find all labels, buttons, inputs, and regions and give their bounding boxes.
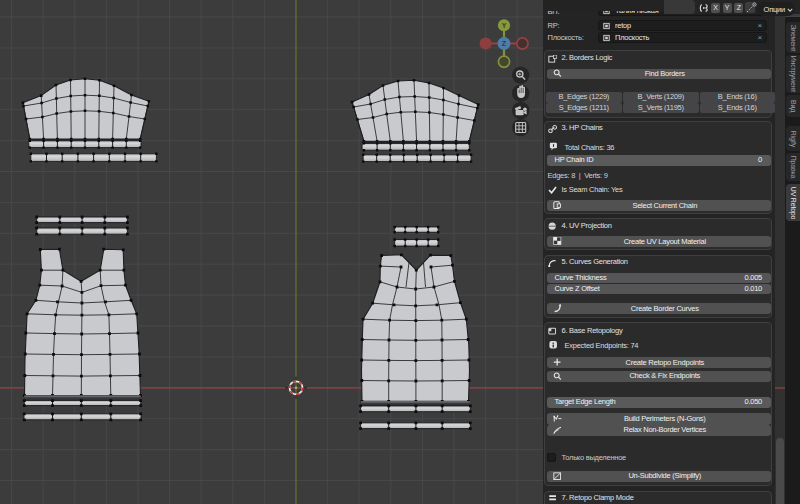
svg-text:Y: Y bbox=[502, 22, 507, 29]
svg-text:Z: Z bbox=[502, 40, 507, 47]
